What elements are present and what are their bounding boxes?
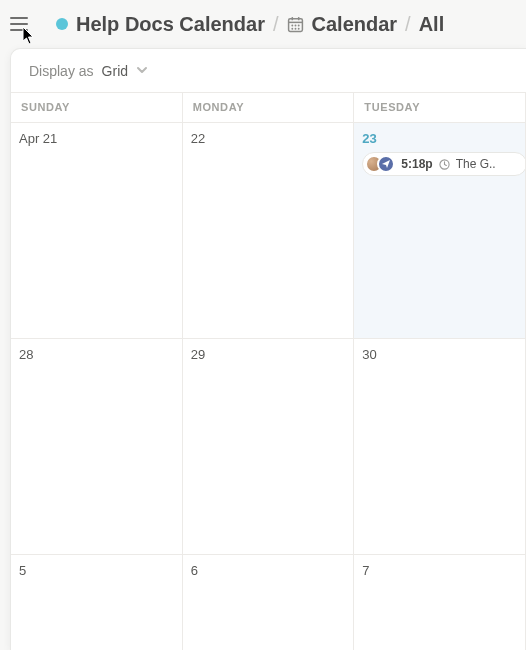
day-header-sunday: SUNDAY <box>11 93 183 123</box>
event-time: 5:18p <box>401 157 432 171</box>
day-header-monday: MONDAY <box>183 93 355 123</box>
avatar <box>377 155 395 173</box>
display-as-value[interactable]: Grid <box>102 63 128 79</box>
chevron-down-icon[interactable] <box>136 62 148 80</box>
day-number: Apr 21 <box>19 131 174 146</box>
calendar-cell[interactable]: Apr 21 <box>11 123 183 339</box>
svg-point-7 <box>291 27 293 29</box>
svg-point-6 <box>297 24 299 26</box>
day-number: 23 <box>362 131 517 146</box>
day-number: 7 <box>362 563 517 578</box>
clock-icon <box>439 159 450 170</box>
breadcrumb-separator: / <box>405 13 411 36</box>
day-number: 30 <box>362 347 517 362</box>
day-number: 6 <box>191 563 346 578</box>
breadcrumb-space[interactable]: Help Docs Calendar <box>76 13 265 36</box>
calendar-cell[interactable]: 22 <box>183 123 355 339</box>
calendar-cell[interactable]: 28 <box>11 339 183 555</box>
calendar-cell[interactable]: 5 <box>11 555 183 650</box>
day-number: 28 <box>19 347 174 362</box>
calendar-cell-today[interactable]: 23 5:18p The G.. <box>354 123 526 339</box>
calendar-cell[interactable]: 30 <box>354 339 526 555</box>
app-header: Help Docs Calendar / Calendar / All <box>0 0 526 48</box>
calendar-grid: SUNDAY MONDAY TUESDAY Apr 21 22 23 5:18p <box>11 93 526 650</box>
calendar-panel: Display as Grid SUNDAY MONDAY TUESDAY Ap… <box>10 48 526 650</box>
day-header-tuesday: TUESDAY <box>354 93 526 123</box>
event-avatars <box>365 155 395 173</box>
svg-point-4 <box>291 24 293 26</box>
event-title: The G.. <box>456 157 520 171</box>
day-number: 22 <box>191 131 346 146</box>
svg-point-9 <box>297 27 299 29</box>
display-as-label: Display as <box>29 63 94 79</box>
space-color-dot <box>56 18 68 30</box>
svg-point-5 <box>294 24 296 26</box>
breadcrumb: Help Docs Calendar / Calendar / All <box>40 13 444 36</box>
hamburger-menu-icon[interactable] <box>10 13 32 35</box>
breadcrumb-filter[interactable]: All <box>419 13 445 36</box>
calendar-event[interactable]: 5:18p The G.. <box>362 152 526 176</box>
breadcrumb-separator: / <box>273 13 279 36</box>
calendar-cell[interactable]: 7 <box>354 555 526 650</box>
svg-point-8 <box>294 27 296 29</box>
calendar-toolbar: Display as Grid <box>11 49 526 93</box>
calendar-icon <box>287 16 304 33</box>
day-number: 5 <box>19 563 174 578</box>
breadcrumb-view[interactable]: Calendar <box>312 13 398 36</box>
day-number: 29 <box>191 347 346 362</box>
calendar-cell[interactable]: 29 <box>183 339 355 555</box>
calendar-cell[interactable]: 6 <box>183 555 355 650</box>
